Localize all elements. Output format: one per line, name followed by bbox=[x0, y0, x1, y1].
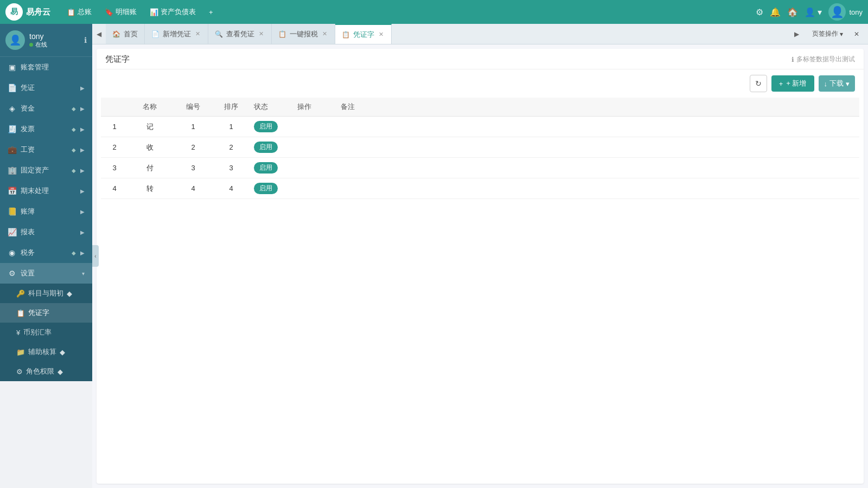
tabs-list: 🏠 首页 📄 新增凭证 ✕ 🔍 查看凭证 ✕ 📋 一键报税 ✕ bbox=[106, 24, 790, 44]
sidebar-sub-menu: 🔑 科目与期初 ◆ 📋 凭证字 ¥ 币别汇率 📁 辅助核算 bbox=[0, 284, 92, 381]
tax-tab-icon: 📋 bbox=[278, 30, 286, 38]
tab-home[interactable]: 🏠 首页 bbox=[106, 24, 145, 44]
nav-link-summary[interactable]: 📋 总账 bbox=[61, 5, 97, 19]
sidebar-sub-item-currency[interactable]: ¥ 币别汇率 bbox=[0, 323, 92, 342]
info-icon[interactable]: ℹ bbox=[84, 36, 87, 44]
tab-close-view-voucher[interactable]: ✕ bbox=[258, 30, 265, 38]
sidebar-user-info: tony 在线 bbox=[29, 32, 80, 49]
sidebar-item-invoice[interactable]: 🧾 发票 ◆ ▶ bbox=[0, 119, 92, 139]
top-nav-right: ⚙ 🔔 🏠 👤 ▾ 👤 tony bbox=[756, 3, 863, 21]
tab-prev-btn[interactable]: ◀ bbox=[92, 24, 106, 44]
home-icon[interactable]: 🏠 bbox=[787, 7, 798, 17]
voucher-word-tab-icon: 📋 bbox=[342, 31, 350, 38]
row-status: 启用 bbox=[247, 137, 291, 158]
tab-next-btn[interactable]: ▶ bbox=[790, 24, 803, 44]
top-nav-bar: 易 易舟云 📋 总账 🔖 明细账 📊 资产负债表 + ⚙ 🔔 🏠 👤 ▾ 👤 t… bbox=[0, 0, 868, 24]
tab-close-new-voucher[interactable]: ✕ bbox=[194, 30, 201, 38]
row-num: 4 bbox=[101, 178, 128, 199]
arrow-icon: ▶ bbox=[80, 250, 85, 256]
arrow-icon: ▶ bbox=[80, 147, 85, 153]
tab-voucher-word[interactable]: 📋 凭证字 ✕ bbox=[335, 24, 392, 44]
tab-tax[interactable]: 📋 一键报税 ✕ bbox=[272, 24, 335, 44]
sidebar-item-ledger[interactable]: 📒 账簿 ▶ bbox=[0, 201, 92, 222]
logo-text: 易舟云 bbox=[26, 7, 50, 17]
arrow-icon: ▶ bbox=[80, 168, 85, 174]
close-all-btn[interactable]: ✕ bbox=[850, 29, 864, 40]
col-num-header bbox=[101, 98, 128, 117]
diamond-icon: ◆ bbox=[72, 250, 76, 256]
col-code-header: 编号 bbox=[171, 98, 215, 117]
sidebar-item-report[interactable]: 📈 报表 ▶ bbox=[0, 222, 92, 242]
tab-bar-right: 页签操作 ▾ ✕ bbox=[803, 28, 868, 40]
tab-bar: ◀ 🏠 首页 📄 新增凭证 ✕ 🔍 查看凭证 ✕ 📋 bbox=[92, 24, 868, 44]
arrow-icon: ▶ bbox=[80, 126, 85, 132]
page-ops-btn[interactable]: 页签操作 ▾ bbox=[808, 28, 847, 40]
person-icon[interactable]: 👤 ▾ bbox=[805, 7, 822, 17]
sidebar-item-settings[interactable]: ⚙ 设置 ▾ bbox=[0, 263, 92, 284]
chevron-down-icon: ▾ bbox=[846, 80, 850, 88]
settings-icon[interactable]: ⚙ bbox=[756, 7, 763, 17]
content-area: ◀ 🏠 首页 📄 新增凭证 ✕ 🔍 查看凭证 ✕ 📋 bbox=[92, 24, 868, 488]
page-content: 凭证字 ℹ 多标签数据导出测试 ↻ + + 新增 ↓ 下载 ▾ bbox=[97, 49, 864, 484]
row-status: 启用 bbox=[247, 178, 291, 199]
user-area[interactable]: 👤 tony bbox=[828, 3, 863, 21]
app-logo[interactable]: 易 易舟云 bbox=[5, 3, 50, 21]
sidebar-item-assets[interactable]: 🏢 固定资产 ◆ ▶ bbox=[0, 160, 92, 181]
row-order: 2 bbox=[215, 137, 247, 158]
sidebar-item-accounts[interactable]: ▣ 账套管理 bbox=[0, 57, 92, 78]
sidebar-collapse-btn[interactable]: ‹ bbox=[92, 245, 99, 267]
tab-new-voucher[interactable]: 📄 新增凭证 ✕ bbox=[145, 24, 208, 44]
download-button[interactable]: ↓ 下载 ▾ bbox=[819, 75, 856, 92]
nav-link-add[interactable]: + bbox=[203, 5, 219, 19]
currency-icon: ¥ bbox=[16, 329, 20, 337]
status-badge: 启用 bbox=[254, 162, 278, 174]
col-order-header: 排序 bbox=[215, 98, 247, 117]
diamond-icon: ◆ bbox=[72, 126, 76, 132]
diamond-icon: ◆ bbox=[60, 348, 65, 356]
row-code: 4 bbox=[171, 178, 215, 199]
row-status: 启用 bbox=[247, 117, 291, 137]
logo-icon: 易 bbox=[5, 3, 23, 21]
sidebar-item-voucher[interactable]: 📄 凭证 ▶ bbox=[0, 78, 92, 98]
refresh-button[interactable]: ↻ bbox=[750, 75, 767, 92]
period-icon: 📅 bbox=[8, 187, 16, 195]
diamond-icon: ◆ bbox=[72, 168, 76, 174]
invoice-icon: 🧾 bbox=[8, 125, 16, 133]
sidebar-item-period[interactable]: 📅 期末处理 ▶ bbox=[0, 181, 92, 201]
sidebar-item-salary[interactable]: 💼 工资 ◆ ▶ bbox=[0, 139, 92, 160]
close-icon: ✕ bbox=[854, 30, 859, 38]
nav-link-detail[interactable]: 🔖 明细账 bbox=[99, 5, 142, 19]
download-icon: ↓ bbox=[824, 80, 828, 88]
sidebar-item-tax[interactable]: ◉ 税务 ◆ ▶ bbox=[0, 242, 92, 263]
table-row: 3 付 3 3 启用 bbox=[101, 158, 859, 178]
sidebar: 👤 tony 在线 ℹ ▣ 账套管理 📄 凭证 bbox=[0, 24, 92, 381]
new-voucher-icon: 📄 bbox=[151, 30, 159, 38]
chevron-down-icon: ▾ bbox=[840, 30, 843, 38]
main-layout: 👤 tony 在线 ℹ ▣ 账套管理 📄 凭证 bbox=[0, 24, 868, 488]
sidebar-sub-item-auxiliary[interactable]: 📁 辅助核算 ◆ bbox=[0, 342, 92, 362]
refresh-icon: ↻ bbox=[755, 79, 762, 88]
row-action bbox=[291, 117, 334, 137]
data-table: 名称 编号 排序 状态 操作 备注 1 记 1 1 启用 bbox=[97, 98, 864, 484]
tax-icon: ◉ bbox=[8, 248, 16, 257]
row-remark bbox=[334, 117, 859, 137]
row-remark bbox=[334, 137, 859, 158]
page-header: 凭证字 ℹ 多标签数据导出测试 bbox=[97, 49, 864, 69]
sidebar-sub-item-voucher-word[interactable]: 📋 凭证字 bbox=[0, 303, 92, 323]
tab-close-tax[interactable]: ✕ bbox=[321, 30, 328, 38]
sidebar-wrapper: 👤 tony 在线 ℹ ▣ 账套管理 📄 凭证 bbox=[0, 24, 92, 488]
diamond-icon: ◆ bbox=[72, 106, 76, 112]
sidebar-sub-item-subjects[interactable]: 🔑 科目与期初 ◆ bbox=[0, 284, 92, 303]
tab-view-voucher[interactable]: 🔍 查看凭证 ✕ bbox=[208, 24, 272, 44]
new-button[interactable]: + + 新增 bbox=[771, 75, 814, 92]
page-hint[interactable]: ℹ 多标签数据导出测试 bbox=[792, 55, 855, 64]
notification-icon[interactable]: 🔔 bbox=[770, 7, 781, 17]
sidebar-user-section: 👤 tony 在线 ℹ bbox=[0, 24, 92, 57]
sidebar-sub-item-roles[interactable]: ⚙ 角色权限 ◆ bbox=[0, 362, 92, 381]
info-circle-icon: ℹ bbox=[792, 56, 794, 63]
chart-icon: 📊 bbox=[150, 8, 158, 16]
nav-link-balance[interactable]: 📊 资产负债表 bbox=[144, 5, 201, 19]
diamond-icon: ◆ bbox=[58, 368, 63, 376]
tab-close-voucher-word[interactable]: ✕ bbox=[378, 30, 385, 38]
sidebar-item-funds[interactable]: ◈ 资金 ◆ ▶ bbox=[0, 98, 92, 119]
